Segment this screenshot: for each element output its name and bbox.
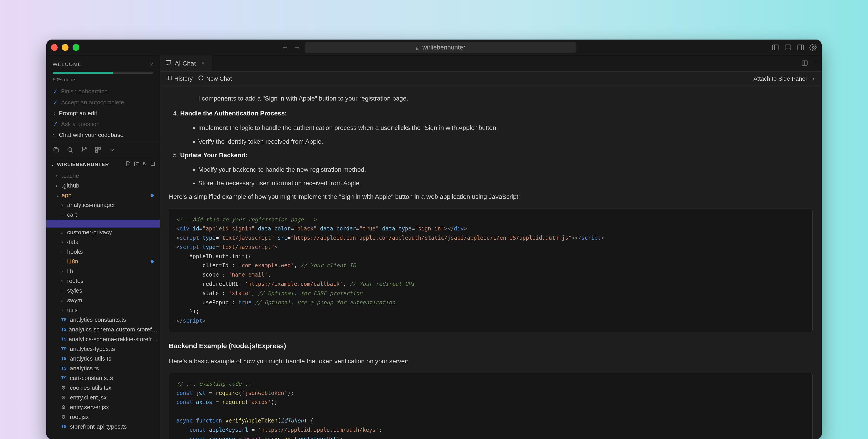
tree-item[interactable]: ›routes	[46, 276, 160, 286]
gear-icon[interactable]	[809, 43, 817, 51]
nav-back-icon[interactable]: ←	[281, 43, 289, 52]
tree-item[interactable]: TSanalytics-schema-trekkie-storefr…	[46, 335, 160, 344]
tree-label: analytics-manager	[67, 201, 115, 209]
svg-point-10	[82, 148, 83, 149]
tree-item[interactable]: TSanalytics-types.ts	[46, 344, 160, 354]
tree-item[interactable]: ⌄app	[46, 190, 160, 200]
layout-right-icon[interactable]	[797, 43, 804, 51]
chat-toolbar: History New Chat Attach to Side Panel →	[160, 72, 822, 86]
layout-bottom-icon[interactable]	[784, 43, 792, 51]
welcome-item[interactable]: ✓Accept an autocomplete	[53, 99, 153, 106]
tree-label: analytics-constants.ts	[70, 316, 126, 323]
maximize-window[interactable]	[72, 44, 79, 51]
tree-item[interactable]: ›.cache	[46, 171, 160, 181]
tree-label: i18n	[67, 258, 78, 265]
tree-item[interactable]: ›swym	[46, 295, 160, 305]
tree-item[interactable]: ›	[46, 220, 160, 227]
chevron-right-icon: ›	[61, 249, 65, 254]
search-text: wirliebenhunter	[423, 44, 465, 51]
tree-item[interactable]: ⚙root.jsx	[46, 412, 160, 422]
close-icon[interactable]: ×	[150, 61, 153, 68]
search-icon[interactable]	[67, 147, 73, 154]
tree-item[interactable]: ⚙cookies-utils.tsx	[46, 383, 160, 393]
explorer-header[interactable]: ⌄ WIRLIEBENHUNTER ↻	[46, 158, 160, 171]
chevron-right-icon: ›	[61, 240, 65, 245]
tree-label: styles	[67, 287, 82, 294]
tree-item[interactable]: ›utils	[46, 305, 160, 315]
chevron-down-icon: ⌄	[51, 161, 55, 167]
tree-item[interactable]: ›data	[46, 237, 160, 247]
copy-icon[interactable]	[53, 147, 59, 154]
typescript-icon: TS	[61, 424, 68, 429]
titlebar: ← → ⌕ wirliebenhunter	[46, 39, 822, 55]
code-block-node: // ... existing code ... const jwt = req…	[169, 373, 813, 439]
branch-icon[interactable]	[81, 147, 88, 154]
step-5: Update Your Backend:	[180, 150, 813, 160]
welcome-panel: WELCOME × 60% done You already clicked t…	[46, 55, 160, 143]
close-window[interactable]	[51, 44, 58, 51]
chevron-right-icon: ›	[61, 288, 65, 293]
attach-side-panel-button[interactable]: Attach to Side Panel →	[753, 75, 815, 82]
tree-item[interactable]: TScart-constants.ts	[46, 373, 160, 383]
refresh-icon[interactable]: ↻	[143, 161, 147, 168]
welcome-label: Finish onboarding	[61, 88, 108, 95]
tree-item[interactable]: TSanalytics-utils.ts	[46, 354, 160, 364]
tree-item[interactable]: ›cart	[46, 210, 160, 220]
new-file-icon[interactable]	[125, 161, 131, 168]
bullet-item: Modify your backend to handle the new re…	[198, 164, 813, 175]
tree-item[interactable]: ›customer-privacy	[46, 227, 160, 237]
tree-item[interactable]: ›i18n	[46, 257, 160, 266]
react-icon: ⚙	[61, 395, 68, 401]
layout-left-icon[interactable]	[772, 43, 779, 51]
extensions-icon[interactable]	[95, 147, 101, 154]
chevron-right-icon: ›	[61, 202, 65, 208]
tree-label: analytics-schema-custom-storef…	[69, 326, 158, 333]
chevron-down-icon[interactable]	[109, 147, 116, 154]
tree-item[interactable]: TSstorefront-api-types.ts	[46, 422, 160, 432]
close-icon[interactable]: ×	[201, 60, 205, 67]
tree-item[interactable]: TSanalytics-constants.ts	[46, 315, 160, 325]
svg-rect-26	[167, 76, 171, 80]
tree-item[interactable]: ›styles	[46, 286, 160, 295]
bullet-item: Store the necessary user information rec…	[198, 178, 813, 188]
tree-item[interactable]: ›analytics-manager	[46, 200, 160, 210]
tree-item[interactable]: TSanalytics-schema-custom-storef…	[46, 325, 160, 335]
welcome-item[interactable]: ○Prompt an edit	[53, 110, 153, 117]
modified-badge	[151, 194, 154, 197]
nav-forward-icon[interactable]: →	[293, 43, 301, 52]
svg-rect-14	[99, 147, 101, 149]
bullet-item: Verify the identity token received from …	[198, 136, 813, 147]
history-button[interactable]: History	[166, 75, 193, 83]
split-editor-icon[interactable]	[801, 60, 808, 67]
plus-circle-icon	[198, 75, 204, 83]
new-chat-button[interactable]: New Chat	[198, 75, 232, 83]
collapse-icon[interactable]	[150, 161, 156, 168]
typescript-icon: TS	[61, 366, 68, 371]
tab-bar: AI Chat × ⋯	[160, 55, 822, 72]
svg-rect-2	[785, 45, 791, 50]
tree-item[interactable]: ⚙entry.client.jsx	[46, 393, 160, 402]
more-icon[interactable]: ⋯	[813, 60, 816, 67]
tree-item[interactable]: ›lib	[46, 266, 160, 276]
new-folder-icon[interactable]	[134, 161, 140, 168]
svg-rect-13	[96, 147, 98, 149]
tree-item[interactable]: ⚙entry.server.jsx	[46, 402, 160, 412]
tab-ai-chat[interactable]: AI Chat ×	[160, 55, 212, 71]
minimize-window[interactable]	[62, 44, 68, 51]
tree-label: analytics-types.ts	[70, 345, 115, 352]
app-window: ← → ⌕ wirliebenhunter WELCO	[46, 39, 822, 439]
modified-badge	[151, 260, 154, 263]
js-intro: Here's a simplified example of how you m…	[169, 192, 813, 202]
chat-content: I components to add a "Sign in with Appl…	[160, 86, 822, 439]
tree-item[interactable]: ›.github	[46, 181, 160, 190]
welcome-item[interactable]: ✓Finish onboarding	[53, 88, 153, 95]
tree-item[interactable]: ›hooks	[46, 247, 160, 257]
welcome-item[interactable]: ○Chat with your codebase	[53, 131, 153, 138]
welcome-item[interactable]: ✓Ask a question	[53, 120, 153, 128]
svg-point-12	[85, 148, 86, 149]
tree-item[interactable]: TSanalytics.ts	[46, 364, 160, 373]
svg-rect-4	[798, 45, 804, 50]
tree-label: cart	[67, 211, 77, 218]
tree-label: app	[62, 192, 71, 199]
search-input[interactable]: ⌕ wirliebenhunter	[305, 42, 576, 53]
